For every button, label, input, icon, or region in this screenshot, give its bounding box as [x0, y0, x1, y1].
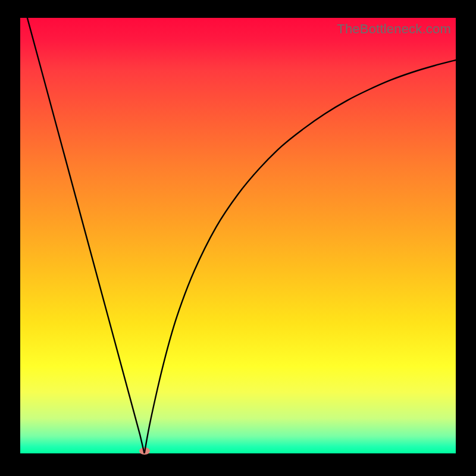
- chart-curve: [20, 18, 456, 453]
- vertex-marker: [139, 447, 150, 455]
- watermark-text: TheBottleneck.com: [337, 21, 451, 37]
- chart-plot-area: TheBottleneck.com: [20, 18, 456, 453]
